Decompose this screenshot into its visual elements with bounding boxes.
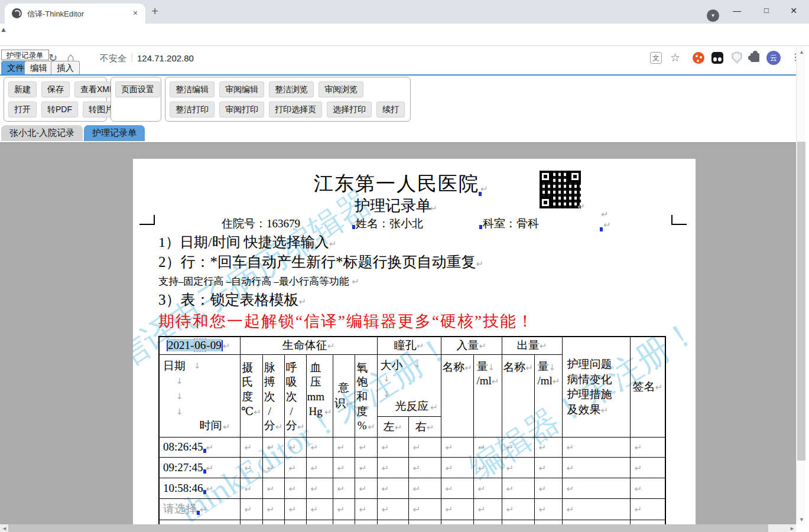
continue-print-button[interactable]: 续打 — [376, 102, 405, 118]
time-select-cell[interactable]: 请选择↵ — [159, 498, 240, 520]
header-intake[interactable]: 入量↵ — [441, 337, 502, 354]
review-edit-button[interactable]: 审阅编辑 — [219, 81, 264, 97]
bookmark-star-icon[interactable]: ☆ — [670, 51, 680, 64]
nursing-table[interactable]: 2021-06-09↵ 生命体征↵ 瞳孔↵ 入量↵ 出量↵ 护理问题病情变化护理… — [158, 336, 666, 524]
document-page[interactable]: 信译电子病历编辑器 thinkEditor！未注册！ 编辑器！未注册！ 江东第一… — [133, 159, 696, 524]
table-cell[interactable]: ↵ — [284, 437, 306, 457]
table-cell[interactable]: ↵ — [408, 437, 441, 457]
doc-tab-admission-record[interactable]: 张小北-入院记录 — [1, 125, 83, 141]
table-cell[interactable]: ↵ — [262, 498, 284, 520]
body-line-3[interactable]: 支持–固定行高 –自动行高 –最小行高等功能 ↵ — [158, 275, 359, 288]
form-title[interactable]: 护理记录单 — [133, 195, 653, 216]
table-cell[interactable]: ↵ — [333, 457, 355, 478]
admission-number[interactable]: 住院号：163679 — [222, 216, 300, 231]
table-cell[interactable]: ↵ — [355, 437, 377, 457]
table-cell[interactable]: ↵ — [377, 478, 408, 498]
table-cell[interactable]: ↵ — [408, 457, 441, 478]
header-intake-volume[interactable]: 量↓/ml↵ — [473, 354, 502, 437]
table-cell[interactable]: ↵ — [355, 478, 377, 498]
table-cell[interactable]: ↵ — [562, 457, 630, 478]
not-secure-warning-icon[interactable]: ▲ — [0, 25, 7, 34]
table-cell[interactable]: ↵ — [306, 457, 333, 478]
table-cell[interactable]: ↵ — [284, 457, 306, 478]
table-cell[interactable]: ↵ — [333, 437, 355, 457]
window-maximize-button[interactable]: □ — [758, 2, 775, 19]
department[interactable]: 科室：骨科 — [483, 216, 539, 231]
tab-close-icon[interactable]: × — [130, 8, 141, 18]
table-cell[interactable]: ↵ — [240, 498, 262, 520]
header-spo2[interactable]: 氧饱和度%↵ — [355, 354, 377, 437]
table-cell[interactable]: ↵ — [284, 498, 306, 520]
table-cell[interactable]: ↵ — [240, 457, 262, 478]
table-cell[interactable]: ↵ — [441, 478, 473, 498]
menu-tab-insert[interactable]: 插入 — [51, 61, 80, 74]
profile-avatar[interactable]: 云 — [766, 51, 781, 65]
extension-orange-icon[interactable] — [693, 52, 704, 64]
header-date-time[interactable]: 日期 ↓ ↓ ↓ ↓ 时间 ↵ — [159, 354, 240, 437]
new-tab-button[interactable]: + — [151, 4, 158, 18]
new-button[interactable]: 新建 — [8, 81, 37, 97]
table-cell[interactable]: ↵ — [473, 457, 502, 478]
browser-tab[interactable]: 信译-ThinkEditor × — [5, 4, 145, 24]
header-consciousness[interactable]: 意识↵ — [333, 354, 355, 437]
table-cell[interactable]: ↵ — [534, 437, 562, 457]
date-cell[interactable]: 2021-06-09↵ — [159, 337, 240, 354]
window-close-button[interactable]: ✕ — [785, 2, 802, 19]
table-cell[interactable]: ↵ — [306, 498, 333, 520]
table-cell[interactable]: ↵ — [562, 437, 630, 457]
header-output-name[interactable]: 名称↵ — [502, 354, 534, 437]
header-signature[interactable]: 签名↵ — [630, 337, 665, 437]
header-output[interactable]: 出量↵ — [502, 337, 562, 354]
table-cell[interactable]: ↵ — [562, 498, 630, 520]
header-pupil-right[interactable]: 右↵ — [408, 416, 441, 437]
header-pulse[interactable]: 脉搏次/分↵ — [262, 354, 284, 437]
scroll-left-icon[interactable]: ◄ — [2, 526, 7, 531]
table-cell[interactable]: ↵ — [630, 457, 665, 478]
header-pupil-left[interactable]: 左↵ — [377, 416, 408, 437]
time-cell[interactable]: 10:58:46↵ — [159, 478, 240, 498]
table-cell[interactable]: ↵ — [502, 478, 534, 498]
table-cell[interactable]: ↵ — [502, 498, 534, 520]
tab-search-menu-icon[interactable]: ▾ — [707, 9, 719, 22]
header-care-notes[interactable]: 护理问题病情变化护理措施及效果↵ — [562, 337, 630, 437]
translate-icon[interactable]: 文 — [650, 52, 662, 64]
horizontal-scrollbar-thumb[interactable] — [8, 524, 768, 532]
table-cell[interactable]: ↵ — [473, 498, 502, 520]
table-cell[interactable]: ↵ — [355, 498, 377, 520]
promo-line[interactable]: 期待和您一起解锁“信译”编辑器更多“硬核”技能！ — [158, 311, 534, 332]
patient-name[interactable]: 姓名：张小北 — [356, 216, 423, 231]
header-celsius[interactable]: 摄氏度℃↵ — [240, 354, 262, 437]
table-cell[interactable]: ↵ — [441, 498, 473, 520]
scroll-down-icon[interactable]: ▼ — [799, 517, 804, 523]
window-minimize-button[interactable]: — — [728, 2, 746, 19]
table-cell[interactable]: ↵ — [306, 437, 333, 457]
table-cell[interactable]: ↵ — [502, 457, 534, 478]
header-vitals[interactable]: 生命体征↵ — [240, 337, 377, 354]
body-line-4[interactable]: 3）表：锁定表格模板↵ — [158, 290, 306, 309]
panel-tab-nursing-record[interactable]: 护理记录单 — [1, 50, 49, 60]
table-cell[interactable]: ↵ — [473, 437, 502, 457]
table-cell[interactable]: ↵ — [262, 478, 284, 498]
table-cell[interactable]: ↵ — [562, 478, 630, 498]
table-cell[interactable]: ↵ — [502, 437, 534, 457]
table-cell[interactable]: ↵ — [262, 437, 284, 457]
table-cell[interactable]: ↵ — [333, 498, 355, 520]
table-cell[interactable]: ↵ — [408, 498, 441, 520]
menu-tab-edit[interactable]: 编辑 — [24, 61, 53, 74]
select-print-button[interactable]: 选择打印 — [327, 102, 372, 118]
table-cell[interactable]: ↵ — [377, 498, 408, 520]
extensions-puzzle-icon[interactable] — [750, 53, 759, 62]
header-output-volume[interactable]: 量↓/ml↵ — [534, 354, 562, 437]
page-setup-button[interactable]: 页面设置 — [115, 81, 160, 97]
table-cell[interactable]: ↵ — [355, 457, 377, 478]
table-cell[interactable]: ↵ — [534, 457, 562, 478]
horizontal-scrollbar[interactable]: ◄ ► — [0, 524, 796, 532]
table-cell[interactable]: ↵ — [473, 478, 502, 498]
table-cell[interactable]: ↵ — [630, 437, 665, 457]
security-label[interactable]: 不安全 — [100, 53, 126, 64]
header-pupil-size-light[interactable]: 大小 ↓ ↓ ↓ 光反应 ↵ — [377, 354, 441, 416]
table-cell[interactable]: ↵ — [630, 478, 665, 498]
header-pupil[interactable]: 瞳孔↵ — [377, 337, 441, 354]
table-cell[interactable]: ↵ — [284, 478, 306, 498]
review-print-button[interactable]: 审阅打印 — [219, 102, 264, 118]
